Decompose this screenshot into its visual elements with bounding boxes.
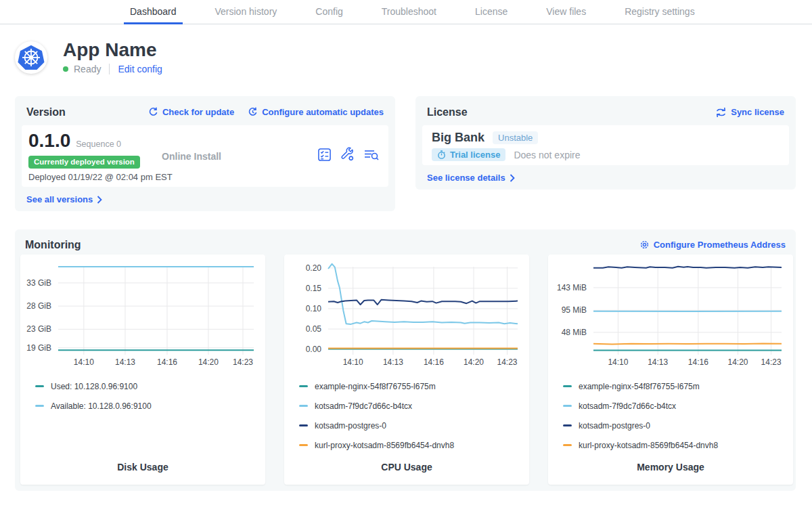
app-icon (15, 41, 47, 74)
svg-text:14:13: 14:13 (383, 357, 403, 367)
svg-text:0.00: 0.00 (306, 345, 322, 354)
legend-item: kurl-proxy-kotsadm-8569fb6454-dnvh8 (299, 440, 529, 450)
license-card: License Sync license Big Bank Unstable T… (415, 96, 796, 190)
chart-title: CPU Usage (284, 462, 529, 473)
monitoring-title: Monitoring (25, 239, 81, 250)
chart-legend: Used: 10.128.0.96:9100Available: 10.128.… (20, 381, 265, 411)
chevron-right-icon (510, 174, 515, 182)
config-wrench-button[interactable] (340, 147, 355, 165)
chevron-right-icon (97, 196, 102, 204)
view-logs-button[interactable] (363, 148, 380, 165)
channel-badge: Unstable (493, 131, 538, 144)
chart-title: Memory Usage (548, 462, 793, 473)
preflight-checks-button[interactable] (317, 148, 332, 164)
chart-plot: 48 MiB95 MiB143 MiB14:1014:1314:1614:201… (548, 260, 793, 374)
legend-label: kotsadm-7f9dc7d66c-b4tcx (315, 401, 412, 411)
tab-version-history[interactable]: Version history (209, 0, 284, 24)
legend-item: Available: 10.128.0.96:9100 (35, 401, 265, 411)
svg-text:14:16: 14:16 (157, 357, 177, 367)
svg-text:14:23: 14:23 (233, 357, 253, 367)
svg-text:143 MiB: 143 MiB (557, 283, 587, 292)
legend-item: example-nginx-54f8f76755-l675m (299, 381, 529, 391)
sync-license-button[interactable]: Sync license (715, 107, 784, 117)
tab-troubleshoot[interactable]: Troubleshoot (376, 0, 443, 24)
svg-text:0.15: 0.15 (306, 284, 322, 293)
svg-text:14:13: 14:13 (648, 357, 668, 367)
svg-text:0.10: 0.10 (306, 304, 322, 313)
expiry-text: Does not expire (514, 150, 580, 160)
legend-label: kotsadm-7f9dc7d66c-b4tcx (579, 401, 676, 411)
legend-label: Used: 10.128.0.96:9100 (51, 382, 137, 391)
tab-config[interactable]: Config (309, 0, 348, 24)
tab-view-files[interactable]: View files (540, 0, 592, 24)
svg-text:14:23: 14:23 (761, 357, 782, 367)
svg-text:14:16: 14:16 (688, 357, 708, 367)
status-dot (63, 66, 68, 72)
svg-text:14:13: 14:13 (115, 357, 135, 367)
top-nav: DashboardVersion historyConfigTroublesho… (0, 0, 812, 24)
chart-plot: 19 GiB23 GiB28 GiB33 GiB14:1014:1314:161… (20, 260, 265, 374)
svg-text:14:10: 14:10 (343, 357, 363, 367)
status-text: Ready (74, 64, 101, 74)
checklist-icon (317, 148, 332, 162)
legend-item: Used: 10.128.0.96:9100 (35, 381, 265, 391)
svg-text:0.20: 0.20 (306, 263, 322, 273)
page-title: App Name (63, 41, 162, 60)
wrench-gear-icon (340, 147, 355, 162)
refresh-icon (148, 107, 158, 117)
svg-text:14:10: 14:10 (74, 357, 94, 367)
legend-color-dash (299, 444, 308, 446)
edit-config-link[interactable]: Edit config (118, 64, 162, 74)
tab-dashboard[interactable]: Dashboard (124, 0, 183, 24)
version-card: Version Check for update Configure autom… (15, 96, 395, 211)
legend-label: example-nginx-54f8f76755-l675m (579, 382, 700, 391)
svg-text:28 GiB: 28 GiB (26, 301, 51, 311)
divider (109, 64, 110, 74)
legend-color-dash (563, 424, 572, 426)
svg-text:14:23: 14:23 (497, 357, 517, 367)
legend-color-dash (563, 385, 572, 387)
legend-label: kurl-proxy-kotsadm-8569fb6454-dnvh8 (579, 441, 718, 450)
legend-color-dash (563, 444, 572, 446)
license-info-box: Big Bank Unstable Trial license Does not… (422, 125, 789, 165)
legend-item: kurl-proxy-kotsadm-8569fb6454-dnvh8 (563, 440, 793, 450)
svg-text:23 GiB: 23 GiB (26, 324, 51, 334)
trial-license-badge: Trial license (432, 148, 505, 161)
legend-label: kotsadm-postgres-0 (579, 421, 650, 431)
sync-icon (715, 108, 727, 117)
legend-label: Available: 10.128.0.96:9100 (51, 401, 152, 411)
svg-text:14:10: 14:10 (608, 357, 628, 367)
svg-text:14:20: 14:20 (727, 357, 748, 367)
configure-prometheus-button[interactable]: Configure Prometheus Address (639, 240, 786, 250)
legend-label: example-nginx-54f8f76755-l675m (315, 382, 436, 391)
svg-text:14:16: 14:16 (424, 357, 444, 367)
tab-license[interactable]: License (469, 0, 514, 24)
monitoring-section: Monitoring Configure Prometheus Address … (15, 229, 796, 491)
chart-card-disk-usage: 19 GiB23 GiB28 GiB33 GiB14:1014:1314:161… (20, 255, 265, 485)
legend-color-dash (299, 405, 308, 407)
check-for-update-button[interactable]: Check for update (148, 107, 234, 117)
app-header: App Name Ready Edit config (15, 41, 812, 74)
svg-text:14:20: 14:20 (464, 357, 484, 367)
legend-item: kotsadm-7f9dc7d66c-b4tcx (563, 401, 793, 411)
see-all-versions-link[interactable]: See all versions (25, 195, 385, 204)
see-license-details-link[interactable]: See license details (426, 173, 786, 182)
svg-text:0.05: 0.05 (306, 324, 322, 334)
legend-item: kotsadm-7f9dc7d66c-b4tcx (299, 401, 529, 411)
legend-color-dash (299, 385, 308, 387)
configure-automatic-updates-button[interactable]: Configure automatic updates (248, 107, 384, 117)
tab-registry-settings[interactable]: Registry settings (618, 0, 700, 24)
license-title: License (427, 106, 468, 118)
license-name: Big Bank (432, 131, 484, 145)
chart-plot: 0.000.050.100.150.2014:1014:1314:1614:20… (284, 260, 529, 374)
kubernetes-icon (18, 44, 45, 71)
svg-text:33 GiB: 33 GiB (26, 278, 51, 288)
legend-item: example-nginx-54f8f76755-l675m (563, 381, 793, 391)
chart-card-cpu-usage: 0.000.050.100.150.2014:1014:1314:1614:20… (284, 255, 529, 485)
chart-legend: example-nginx-54f8f76755-l675mkotsadm-7f… (548, 381, 793, 450)
legend-color-dash (35, 385, 44, 387)
install-type: Online Install (22, 125, 361, 187)
logs-search-icon (363, 148, 380, 162)
chart-card-memory-usage: 48 MiB95 MiB143 MiB14:1014:1314:1614:201… (548, 255, 793, 485)
legend-item: kotsadm-postgres-0 (563, 420, 793, 431)
